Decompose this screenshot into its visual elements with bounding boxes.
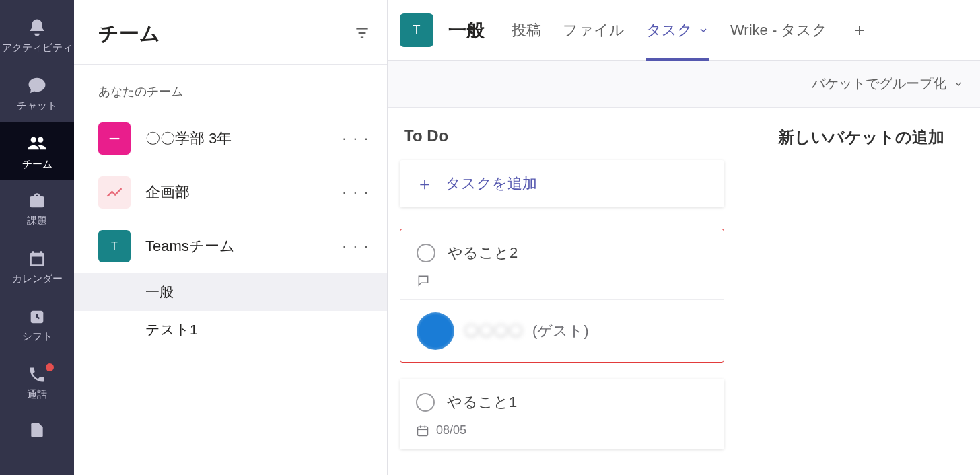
complete-toggle-1[interactable]	[416, 393, 435, 412]
teams-sidebar: チーム あなたのチーム − 〇〇学部 3年 · · · 企画部 · · · T …	[74, 0, 388, 475]
rail-activity-label: アクティビティ	[2, 42, 73, 54]
rail-files[interactable]	[0, 412, 74, 452]
channel-title: 一般	[448, 18, 485, 42]
rail-shifts[interactable]: シフト	[0, 296, 74, 354]
team-more-0[interactable]: · · ·	[342, 130, 370, 147]
duedate-icon	[416, 424, 429, 437]
rail-teams[interactable]: チーム	[0, 122, 74, 180]
assignee-name: 〇〇〇〇	[464, 321, 523, 341]
task-title-1: やること1	[447, 392, 517, 412]
rail-calendar-label: カレンダー	[12, 272, 63, 285]
assignee-avatar	[417, 312, 454, 350]
bucket-todo: To Do ＋ タスクを追加 やること2 〇〇〇〇 (ゲスト)	[400, 126, 724, 475]
team-name-0: 〇〇学部 3年	[145, 129, 342, 149]
bucket-todo-title: To Do	[400, 126, 724, 145]
tab-posts[interactable]: 投稿	[502, 0, 551, 61]
rail-chat-label: チャット	[17, 100, 57, 112]
add-tab-button[interactable]	[846, 17, 873, 44]
channel-test1-label: テスト1	[145, 320, 198, 339]
team-avatar-1	[98, 176, 131, 209]
team-row-2[interactable]: T Teamsチーム · · ·	[74, 219, 387, 273]
add-task-button[interactable]: ＋ タスクを追加	[400, 160, 724, 207]
group-by-label: バケットでグループ化	[812, 75, 946, 93]
tasks-toolbar: バケットでグループ化	[388, 61, 980, 108]
team-more-1[interactable]: · · ·	[342, 184, 370, 201]
main-content: T 一般 投稿 ファイル タスク Wrike - タスク バケットでグループ化 …	[388, 0, 980, 475]
task-card-0[interactable]: やること2 〇〇〇〇 (ゲスト)	[400, 229, 724, 363]
group-by-dropdown[interactable]: バケットでグループ化	[812, 75, 964, 93]
tab-wrike[interactable]: Wrike - タスク	[721, 0, 837, 61]
chat-icon	[27, 75, 47, 96]
plus-icon	[851, 22, 868, 38]
task-board: To Do ＋ タスクを追加 やること2 〇〇〇〇 (ゲスト)	[388, 108, 980, 475]
rail-calls-label: 通話	[27, 388, 47, 401]
task-card-1[interactable]: やること1 08/05	[400, 379, 724, 449]
rail-assignments[interactable]: 課題	[0, 180, 74, 238]
chart-icon	[105, 183, 124, 202]
rail-assignments-label: 課題	[27, 215, 47, 227]
calls-notification-dot	[46, 363, 54, 371]
phone-icon	[28, 365, 46, 384]
rail-calendar[interactable]: カレンダー	[0, 238, 74, 296]
svg-rect-6	[418, 427, 428, 435]
channel-general-label: 一般	[145, 283, 174, 301]
your-teams-label: あなたのチーム	[74, 65, 387, 112]
calendar-icon	[28, 250, 46, 268]
sidebar-title: チーム	[98, 20, 160, 48]
rail-activity[interactable]: アクティビティ	[0, 7, 74, 65]
clock-icon	[28, 307, 46, 326]
rail-chat[interactable]: チャット	[0, 65, 74, 122]
team-row-0[interactable]: − 〇〇学部 3年 · · ·	[74, 112, 387, 166]
rail-calls[interactable]: 通話	[0, 354, 74, 412]
teams-icon	[26, 133, 48, 154]
channel-test1[interactable]: テスト1	[74, 311, 387, 349]
task-title-0: やること2	[448, 243, 518, 263]
file-icon	[28, 421, 46, 439]
team-name-2: Teamsチーム	[145, 236, 342, 256]
rail-shifts-label: シフト	[22, 330, 53, 343]
add-bucket[interactable]: 新しいバケットの追加	[778, 126, 953, 475]
rail-teams-label: チーム	[22, 158, 53, 171]
filter-icon[interactable]	[353, 24, 371, 44]
team-avatar-0: −	[98, 122, 131, 155]
add-bucket-label: 新しいバケットの追加	[778, 126, 953, 148]
team-row-1[interactable]: 企画部 · · ·	[74, 166, 387, 219]
comment-icon	[417, 274, 430, 287]
chevron-down-icon	[698, 25, 709, 36]
team-more-2[interactable]: · · ·	[342, 238, 370, 255]
sidebar-header: チーム	[74, 0, 387, 65]
assignee-guest-label: (ゲスト)	[532, 321, 589, 341]
team-name-1: 企画部	[145, 182, 342, 203]
tab-files[interactable]: ファイル	[553, 0, 634, 61]
tab-tasks[interactable]: タスク	[637, 0, 718, 61]
task-assignee-0: 〇〇〇〇 (ゲスト)	[400, 299, 724, 362]
complete-toggle-0[interactable]	[417, 244, 435, 262]
team-avatar-2: T	[98, 230, 131, 262]
bag-icon	[28, 192, 46, 211]
channel-avatar: T	[400, 13, 433, 47]
add-task-label: タスクを追加	[446, 174, 537, 194]
task-due-1: 08/05	[436, 423, 466, 437]
channel-general[interactable]: 一般	[74, 273, 387, 311]
plus-icon: ＋	[416, 172, 433, 196]
chevron-down-icon	[953, 79, 964, 89]
channel-tabs: T 一般 投稿 ファイル タスク Wrike - タスク	[388, 0, 980, 61]
app-rail: アクティビティ チャット チーム 課題 カレンダー シフト 通話	[0, 0, 74, 475]
bell-icon	[27, 17, 47, 38]
